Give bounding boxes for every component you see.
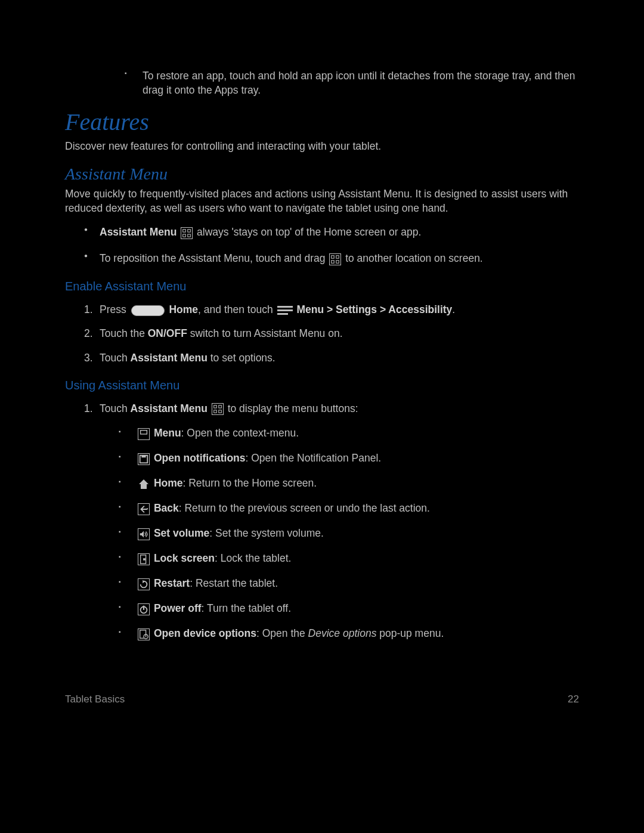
menu-item-volume: Set volume: Set the system volume.: [119, 525, 579, 541]
heading-enable-assistant: Enable Assistant Menu: [65, 280, 579, 293]
step-3: 3. Touch Assistant Menu to set options.: [84, 350, 579, 366]
desc: : Restart the tablet.: [190, 577, 278, 589]
svg-rect-1: [188, 229, 191, 232]
text: Touch: [100, 352, 131, 364]
lock-screen-icon: [138, 553, 150, 565]
menu-item-device-options: Open device options: Open the Device opt…: [119, 625, 579, 642]
label: Open notifications: [154, 452, 246, 464]
power-off-icon: [138, 603, 150, 615]
assistant-menu-icon: [329, 253, 341, 265]
menu-path: Menu > Settings > Accessibility: [296, 304, 452, 315]
num: 1.: [84, 401, 93, 416]
svg-rect-11: [213, 405, 216, 408]
svg-rect-3: [188, 234, 191, 237]
svg-rect-5: [336, 255, 339, 258]
svg-rect-15: [141, 430, 147, 433]
heading-using-assistant: Using Assistant Menu: [65, 379, 579, 392]
desc: : Lock the tablet.: [215, 552, 291, 564]
text: Press: [100, 304, 129, 315]
assistant-menu-icon: [212, 403, 224, 415]
menu-item-lock: Lock screen: Lock the tablet.: [119, 550, 579, 566]
desc: : Set the system volume.: [209, 527, 324, 539]
num: 1.: [84, 302, 93, 317]
context-menu-icon: [138, 428, 150, 440]
label: Menu: [154, 427, 181, 439]
svg-rect-12: [219, 405, 222, 408]
use-step-1: 1. Touch Assistant Menu to display the m…: [84, 401, 579, 416]
menu-icon: [277, 306, 293, 315]
bullet-stays-on-top: Assistant Menu always 'stays on top' of …: [84, 224, 579, 240]
label: Assistant Menu: [131, 352, 208, 364]
svg-rect-2: [183, 234, 186, 237]
desc: : Open the Notification Panel.: [246, 452, 382, 464]
svg-rect-4: [332, 255, 335, 258]
page-footer: Tablet Basics 22: [65, 693, 579, 705]
text: to display the menu buttons:: [228, 402, 358, 414]
num: 3.: [84, 350, 93, 366]
assistant-menu-desc: Move quickly to frequently-visited place…: [65, 187, 579, 215]
label: Power off: [154, 602, 202, 614]
footer-section: Tablet Basics: [65, 693, 125, 705]
svg-rect-10: [277, 313, 288, 315]
text: always 'stays on top' of the Home screen…: [194, 226, 421, 238]
text: .: [452, 304, 455, 315]
desc-em: Device options: [308, 627, 377, 639]
label: Assistant Menu: [131, 402, 208, 414]
home-label: Home: [169, 304, 198, 315]
menu-item-restart: Restart: Restart the tablet.: [119, 575, 579, 592]
text-a: To reposition the Assistant Menu, touch …: [100, 252, 328, 264]
text: , and then touch: [198, 304, 275, 315]
step-1: 1. Press Home, and then touch Menu > Set…: [84, 302, 579, 317]
label: Lock screen: [154, 552, 215, 564]
text: Touch: [100, 402, 131, 414]
desc: : Open the context-menu.: [181, 427, 299, 439]
text-b: to another location on screen.: [342, 252, 482, 264]
bullet-reposition: To reposition the Assistant Menu, touch …: [84, 250, 579, 267]
device-options-icon: [138, 628, 150, 640]
svg-rect-17: [141, 455, 145, 457]
assistant-menu-icon: [181, 227, 193, 239]
step-2: 2. Touch the ON/OFF switch to turn Assis…: [84, 326, 579, 341]
svg-rect-0: [183, 229, 186, 232]
menu-item-notifications: Open notifications: Open the Notificatio…: [119, 450, 579, 466]
label: Set volume: [154, 527, 209, 539]
label: Restart: [154, 577, 190, 589]
desc: : Return to the Home screen.: [183, 477, 317, 489]
features-desc: Discover new features for controlling an…: [65, 140, 579, 154]
desc: : Turn the tablet off.: [202, 602, 291, 614]
heading-assistant-menu: Assistant Menu: [65, 165, 579, 184]
footer-page-number: 22: [568, 693, 579, 705]
menu-item-power: Power off: Turn the tablet off.: [119, 600, 579, 617]
restore-app-bullet: To restore an app, touch and hold an app…: [119, 69, 579, 97]
menu-item-back: Back: Return to the previous screen or u…: [119, 500, 579, 516]
label: Back: [154, 502, 179, 514]
svg-rect-13: [213, 410, 216, 413]
desc-a: : Open the: [256, 627, 308, 639]
restart-icon: [138, 578, 150, 590]
home-button-icon: [131, 305, 165, 316]
notifications-icon: [138, 453, 150, 465]
text: Touch the: [100, 327, 148, 339]
volume-icon: [138, 528, 150, 540]
svg-rect-7: [336, 260, 339, 263]
desc: : Return to the previous screen or undo …: [179, 502, 430, 514]
svg-rect-8: [277, 306, 293, 308]
heading-features: Features: [65, 108, 579, 136]
svg-rect-19: [143, 558, 145, 561]
desc-b: pop-up menu.: [376, 627, 444, 639]
text: to set options.: [208, 352, 275, 364]
svg-rect-14: [219, 410, 222, 413]
text: switch to turn Assistant Menu on.: [187, 327, 343, 339]
num: 2.: [84, 326, 93, 341]
label: Home: [154, 477, 183, 489]
menu-item-home: Home: Return to the Home screen.: [119, 475, 579, 491]
label-assistant-menu: Assistant Menu: [100, 226, 177, 238]
home-icon: [138, 478, 150, 490]
back-icon: [138, 503, 150, 515]
onoff: ON/OFF: [148, 327, 187, 339]
svg-rect-9: [277, 309, 293, 311]
menu-item-menu: Menu: Open the context-menu.: [119, 425, 579, 441]
svg-rect-6: [332, 260, 335, 263]
label: Open device options: [154, 627, 256, 639]
